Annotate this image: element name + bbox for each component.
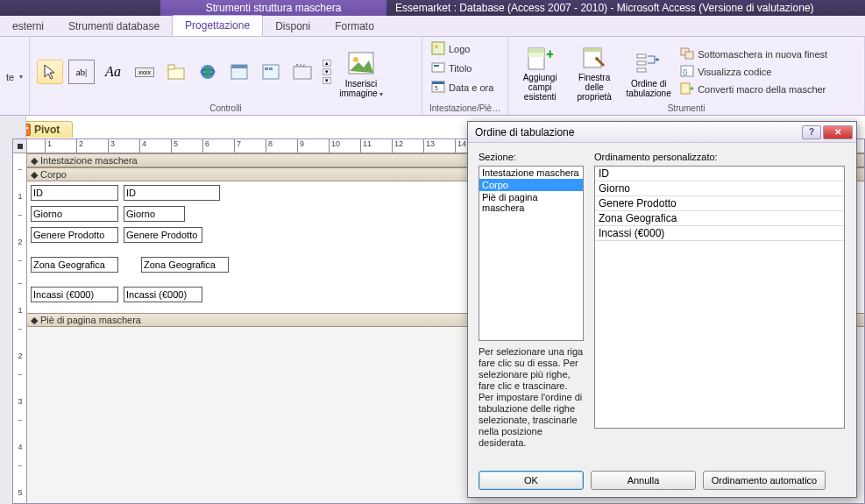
aggiungi-campi-button[interactable]: + Aggiungi campi esistenti <box>515 43 564 101</box>
tab-esterni[interactable]: esterni <box>0 17 56 36</box>
ordinamento-item[interactable]: Incassi (€000) <box>595 226 844 241</box>
tab-strumenti-db[interactable]: Strumenti database <box>56 17 172 36</box>
ordinamento-automatico-button[interactable]: Ordinamento automatico <box>703 471 826 490</box>
dialog-titlebar[interactable]: Ordine di tabulazione ? ✕ <box>468 122 856 143</box>
ribbon-tabs: esterni Strumenti database Progettazione… <box>0 16 865 37</box>
ordinamento-item[interactable]: Zona Geografica <box>595 211 844 226</box>
label-incassi[interactable]: Incassi (€000) <box>31 287 118 302</box>
dialog-close-button[interactable]: ✕ <box>823 125 853 139</box>
sezione-item[interactable]: Piè di pagina maschera <box>479 191 583 214</box>
logo-icon <box>431 41 445 57</box>
tab-disponi[interactable]: Disponi <box>263 17 323 36</box>
svg-rect-5 <box>231 65 247 68</box>
ordinamento-listbox[interactable]: IDGiornoGenere ProdottoZona GeograficaIn… <box>594 166 845 429</box>
image-icon <box>347 49 375 77</box>
add-fields-icon: + <box>526 46 554 71</box>
visualizza-codice-label: Visualizza codice <box>698 67 771 77</box>
sezione-item[interactable]: Corpo <box>479 179 583 191</box>
controls-gallery-more[interactable]: ▾ <box>323 77 331 84</box>
ok-button[interactable]: OK <box>479 471 584 490</box>
control-webbrowser[interactable] <box>226 60 252 84</box>
vruler-mark: 5 <box>16 488 25 497</box>
sezione-item[interactable]: Intestazione maschera <box>479 167 583 179</box>
app-title: Essemarket : Database (Access 2007 - 201… <box>386 0 865 16</box>
textbox-incassi[interactable]: Incassi (€000) <box>124 287 202 302</box>
titolo-button[interactable]: Titolo <box>429 60 500 77</box>
visualizza-codice-button[interactable]: {}Visualizza codice <box>678 64 829 80</box>
tab-formato[interactable]: Formato <box>323 17 386 36</box>
ordine-tabulazione-button[interactable]: Ordine di tabulazione <box>624 43 673 101</box>
titolo-label: Titolo <box>449 63 472 74</box>
vruler-mark: 1 <box>16 192 25 201</box>
dialog-help-button[interactable]: ? <box>802 125 821 139</box>
svg-rect-29 <box>637 68 646 72</box>
ruler-tick: 4 <box>139 139 146 153</box>
ordinamento-item[interactable]: Giorno <box>595 181 844 196</box>
ruler-tick: 7 <box>234 139 241 153</box>
textbox-id[interactable]: ID <box>124 185 220 201</box>
label-id[interactable]: ID <box>31 185 118 201</box>
svg-rect-22 <box>528 53 544 57</box>
svg-rect-27 <box>637 54 646 58</box>
dialog-title-text: Ordine di tabulazione <box>475 126 574 138</box>
truncated-dropdown[interactable]: te <box>4 71 25 83</box>
ordinamento-label: Ordinamento personalizzato: <box>594 152 718 162</box>
date-icon: 5 <box>431 80 445 96</box>
truncated-dropdown-label: te <box>6 72 14 82</box>
select-all-corner[interactable] <box>13 139 27 153</box>
svg-rect-1 <box>168 65 174 69</box>
dialog-body: Sezione: Ordinamento personalizzato: Int… <box>468 143 856 462</box>
group-intestazione: Logo Titolo 5Data e ora Intestazione/Piè… <box>422 37 508 115</box>
control-button[interactable]: xxxx <box>131 60 158 84</box>
group-strumenti-label: Strumenti <box>515 103 857 113</box>
svg-point-14 <box>435 45 438 48</box>
control-optiongroup[interactable]: XYZ <box>289 60 316 84</box>
vruler-mark <box>18 283 22 284</box>
ruler-tick: 10 <box>329 139 340 153</box>
svg-text:XYZ: XYZ <box>295 64 306 67</box>
sottomaschera-button[interactable]: Sottomaschera in nuova finest <box>678 46 829 62</box>
contextual-tools-title: Strumenti struttura maschera <box>160 0 386 16</box>
control-textbox[interactable]: ab| <box>68 60 95 84</box>
textbox-giorno[interactable]: Giorno <box>124 206 185 222</box>
annulla-button[interactable]: Annulla <box>591 471 696 490</box>
inserisci-immagine-button[interactable]: Inserisci immagine <box>337 43 386 101</box>
section-corpo-label: Corpo <box>40 169 67 180</box>
ordinamento-item[interactable]: ID <box>595 167 844 181</box>
ruler-tick: 5 <box>171 139 178 153</box>
logo-label: Logo <box>449 44 470 54</box>
control-pointer[interactable] <box>37 60 63 84</box>
vruler-mark: 2 <box>16 351 25 360</box>
ruler-tick: 1 <box>45 139 52 153</box>
svg-text:5: 5 <box>435 85 438 91</box>
label-zona[interactable]: Zona Geografica <box>31 257 118 273</box>
group-controlli-label: Controlli <box>37 103 415 113</box>
ordinamento-item[interactable]: Genere Prodotto <box>595 196 844 211</box>
finestra-proprieta-button[interactable]: Finestra delle proprietà <box>570 43 619 101</box>
aggiungi-campi-label: Aggiungi campi esistenti <box>515 73 564 102</box>
sezione-listbox[interactable]: Intestazione mascheraCorpoPiè di pagina … <box>479 166 584 341</box>
controls-scroll-down[interactable]: ▾ <box>323 68 331 75</box>
svg-rect-31 <box>685 52 693 59</box>
controls-scroll-up[interactable]: ▴ <box>323 60 331 67</box>
ruler-tick: 6 <box>202 139 209 153</box>
label-genere[interactable]: Genere Prodotto <box>31 227 118 243</box>
control-label[interactable]: Aa <box>100 60 126 84</box>
svg-rect-21 <box>528 48 544 53</box>
dialog-hint-text: Per selezionare una riga fare clic su di… <box>479 346 584 449</box>
converti-macro-button[interactable]: Converti macro della mascher <box>678 82 829 97</box>
textbox-zona[interactable]: Zona Geografica <box>141 257 229 273</box>
sottomaschera-label: Sottomaschera in nuova finest <box>698 49 827 60</box>
logo-button[interactable]: Logo <box>429 40 500 58</box>
tab-progettazione[interactable]: Progettazione <box>172 15 263 36</box>
svg-rect-34 <box>681 83 690 94</box>
data-ora-button[interactable]: 5Data e ora <box>429 79 500 96</box>
object-tab-label: Pivot <box>34 124 60 136</box>
control-hyperlink[interactable] <box>195 60 221 84</box>
control-tab[interactable] <box>163 60 189 84</box>
control-navigation[interactable] <box>258 60 284 84</box>
textbox-genere[interactable]: Genere Prodotto <box>124 227 202 243</box>
svg-rect-28 <box>637 61 646 65</box>
finestra-proprieta-label: Finestra delle proprietà <box>570 73 619 102</box>
label-giorno[interactable]: Giorno <box>31 206 118 222</box>
